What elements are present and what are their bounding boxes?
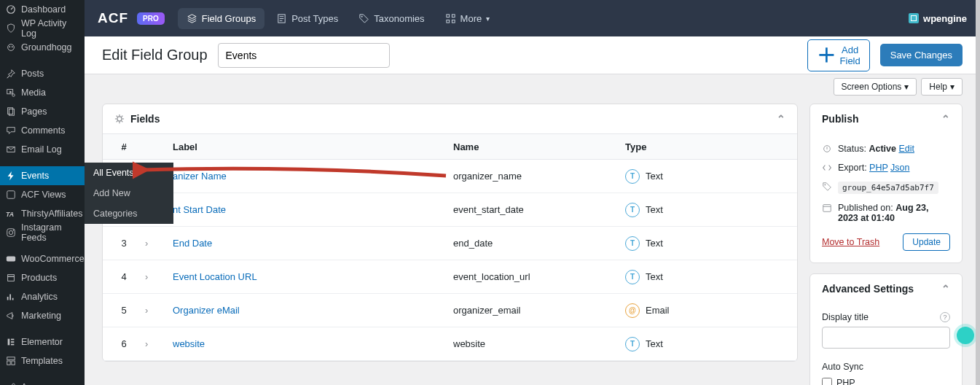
topbar-tab-more[interactable]: More▾ — [436, 8, 499, 29]
add-field-button[interactable]: Add Field — [807, 39, 870, 71]
topbar-tab-post-types[interactable]: Post Types — [267, 8, 347, 29]
help-icon[interactable]: ? — [940, 312, 950, 322]
events-submenu: All EventsAdd NewCategories — [85, 163, 173, 224]
svg-rect-19 — [11, 341, 14, 343]
posttype-icon — [276, 13, 287, 24]
export-row: Export: PHP Json — [822, 158, 950, 177]
fields-table-header: # Label Name Type — [103, 133, 797, 160]
advanced-settings-title: Advanced Settings — [822, 283, 914, 295]
sidebar-item-comments[interactable]: Comments — [0, 121, 85, 140]
collapse-icon[interactable]: ⌃ — [941, 283, 950, 295]
dashboard-icon — [6, 4, 16, 15]
submenu-item-all-events[interactable]: All Events — [85, 163, 173, 183]
sidebar-item-templates[interactable]: Templates — [0, 351, 85, 370]
move-to-trash-link[interactable]: Move to Trash — [822, 237, 879, 247]
sidebar-item-marketing[interactable]: Marketing — [0, 306, 85, 325]
topbar-tab-field-groups[interactable]: Field Groups — [178, 8, 264, 29]
elem-icon — [6, 337, 16, 347]
field-name: website — [453, 338, 625, 349]
svg-rect-28 — [446, 20, 449, 23]
page-header: Edit Field Group Add Field Save Changes — [85, 36, 980, 74]
wp-admin-sidebar: DashboardWP Activity LogGroundhoggPostsM… — [0, 0, 85, 385]
tmpl-icon — [6, 356, 16, 366]
row-number: 5 — [103, 305, 145, 316]
field-type: Text — [646, 271, 663, 282]
display-title-input[interactable] — [822, 327, 950, 349]
field-type: Text — [646, 204, 663, 215]
expand-toggle[interactable]: › — [145, 238, 173, 249]
svg-rect-27 — [452, 14, 455, 17]
group-key: group_64e5a7d5ab7f7 — [838, 182, 938, 194]
php-checkbox-row[interactable]: PHP — [822, 376, 950, 385]
pro-badge: PRO — [137, 12, 165, 25]
save-changes-button[interactable]: Save Changes — [880, 44, 963, 66]
sidebar-item-posts[interactable]: Posts — [0, 64, 85, 83]
expand-toggle[interactable]: › — [145, 338, 173, 349]
sidebar-item-instagram-feeds[interactable]: Instagram Feeds — [0, 223, 85, 242]
sidebar-item-analytics[interactable]: Analytics — [0, 287, 85, 306]
sidebar-item-woocommerce[interactable]: WooCommerce — [0, 249, 85, 268]
topbar-tab-taxonomies[interactable]: Taxonomies — [350, 8, 433, 29]
field-label-link[interactable]: website — [173, 338, 205, 349]
sidebar-item-email-log[interactable]: Email Log — [0, 140, 85, 159]
update-button[interactable]: Update — [903, 233, 950, 251]
shield-icon — [6, 23, 16, 34]
submenu-item-add-new[interactable]: Add New — [85, 183, 173, 203]
export-php-link[interactable]: PHP — [869, 163, 887, 173]
sidebar-item-elementor[interactable]: Elementor — [0, 332, 85, 351]
sidebar-item-dashboard[interactable]: Dashboard — [0, 0, 85, 19]
sidebar-item-pages[interactable]: Pages — [0, 102, 85, 121]
tag-icon — [822, 182, 832, 192]
sidebar-item-media[interactable]: Media — [0, 83, 85, 102]
field-row[interactable]: anizer Nameorganizer_nameTText — [103, 160, 797, 193]
field-label-link[interactable]: nt Start Date — [173, 204, 226, 215]
svg-point-3 — [12, 46, 13, 47]
collapse-icon[interactable]: ⌃ — [777, 113, 785, 125]
plus-icon — [817, 45, 836, 65]
help-beacon[interactable] — [957, 327, 974, 344]
acf-logo: ACF — [98, 10, 128, 26]
wpengine-logo[interactable]: wpengine — [909, 13, 967, 24]
published-row: Published on: Aug 23, 2023 at 01:40 — [822, 198, 950, 228]
field-label-link[interactable]: End Date — [173, 238, 212, 249]
field-label-link[interactable]: Organizer eMail — [173, 305, 240, 316]
sidebar-item-thirstyaffiliates[interactable]: TAThirstyAffiliates — [0, 204, 85, 223]
field-label-link[interactable]: Event Location URL — [173, 271, 257, 282]
field-row[interactable]: 6›websitewebsiteTText — [103, 327, 797, 361]
sidebar-item-acf-views[interactable]: ACF Views — [0, 185, 85, 204]
field-row[interactable]: nt Start Dateevent_start_dateTText — [103, 193, 797, 227]
key-row: group_64e5a7d5ab7f7 — [822, 177, 950, 198]
collapse-icon[interactable]: ⌃ — [941, 113, 950, 125]
publish-title: Publish — [822, 113, 859, 125]
expand-toggle[interactable]: › — [145, 305, 173, 316]
svg-rect-20 — [11, 344, 14, 346]
field-row[interactable]: 5›Organizer eMailorganizer_email@Email — [103, 294, 797, 327]
chart-icon — [6, 292, 16, 302]
type-badge: @ — [625, 303, 640, 318]
scrollbar[interactable] — [976, 0, 980, 385]
sidebar-item-appearance[interactable]: Appearance — [0, 378, 85, 385]
expand-toggle[interactable]: › — [145, 271, 173, 282]
php-checkbox[interactable] — [822, 378, 832, 385]
svg-point-25 — [361, 15, 363, 17]
wpengine-icon — [909, 13, 919, 23]
export-json-link[interactable]: Json — [890, 163, 909, 173]
horn-icon — [6, 311, 16, 321]
field-row[interactable]: 4›Event Location URLevent_location_urlTT… — [103, 260, 797, 294]
sidebar-item-products[interactable]: Products — [0, 268, 85, 287]
field-group-title-input[interactable] — [218, 43, 390, 68]
field-row[interactable]: 3›End Dateend_dateTText — [103, 227, 797, 260]
svg-point-13 — [13, 230, 15, 231]
svg-point-12 — [9, 230, 12, 234]
submenu-item-categories[interactable]: Categories — [85, 203, 173, 224]
acf-topbar: ACF PRO Field GroupsPost TypesTaxonomies… — [85, 0, 980, 36]
info-icon — [822, 144, 832, 154]
screen-options-button[interactable]: Screen Options ▾ — [834, 78, 917, 96]
edit-status-link[interactable]: Edit — [898, 144, 914, 154]
help-button[interactable]: Help ▾ — [921, 78, 963, 96]
field-label-link[interactable]: anizer Name — [173, 171, 227, 182]
svg-rect-21 — [7, 357, 15, 360]
sidebar-item-groundhogg[interactable]: Groundhogg — [0, 38, 85, 57]
sidebar-item-events[interactable]: Events — [0, 166, 85, 185]
sidebar-item-wp-activity-log[interactable]: WP Activity Log — [0, 19, 85, 38]
